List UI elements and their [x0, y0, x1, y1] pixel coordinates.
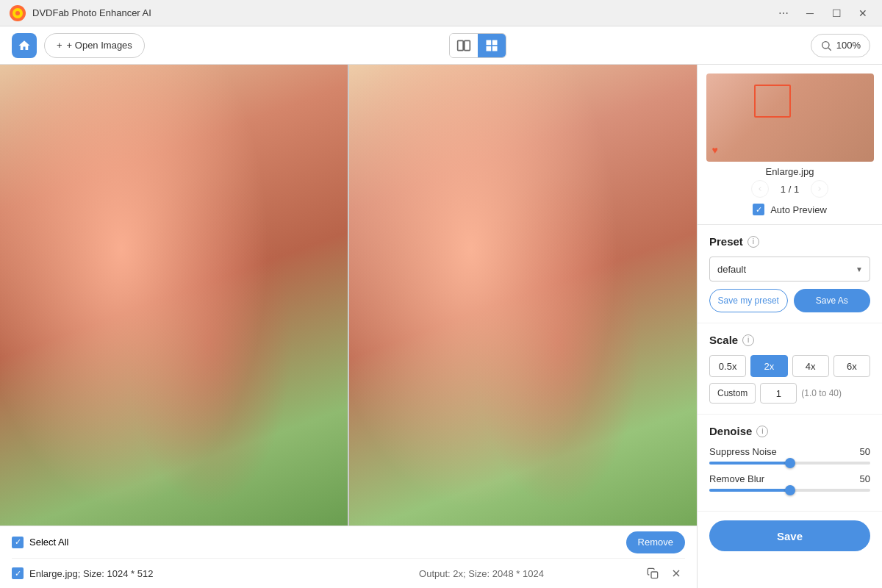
scale-info-icon[interactable]: i	[742, 334, 754, 346]
svg-rect-7	[486, 46, 491, 51]
scale-section: Scale i 0.5x 2x 4x 6x Custom (1.0 to 40)	[698, 323, 882, 415]
plus-icon: +	[57, 40, 62, 51]
save-my-preset-button[interactable]: Save my preset	[709, 289, 788, 312]
select-all-checkbox[interactable]	[12, 537, 24, 548]
denoise-header: Denoise i	[709, 425, 870, 437]
maximize-button[interactable]: ☐	[826, 6, 847, 21]
original-image	[0, 65, 348, 526]
remove-button[interactable]: Remove	[626, 531, 685, 553]
preset-header: Preset i	[709, 235, 870, 248]
svg-rect-8	[492, 46, 498, 51]
preset-buttons: Save my preset Save As	[709, 289, 870, 312]
remove-blur-row: Remove Blur 50	[709, 473, 870, 492]
scale-6x-button[interactable]: 6x	[833, 355, 870, 377]
denoise-section: Denoise i Suppress Noise 50 Remove Blur …	[698, 415, 882, 512]
minimize-icon[interactable]: ⋯	[773, 6, 794, 21]
scale-custom-row: Custom (1.0 to 40)	[709, 383, 870, 404]
file-name: Enlarge.jpg; Size: 1024 * 512	[29, 568, 153, 579]
scale-header: Scale i	[709, 334, 870, 346]
home-icon	[18, 39, 31, 52]
suppress-noise-row: Suppress Noise 50	[709, 446, 870, 465]
file-copy-button[interactable]	[644, 564, 662, 582]
image-panel-right	[349, 65, 697, 526]
file-delete-button[interactable]	[667, 564, 685, 582]
select-all-row: Select All Remove	[12, 526, 685, 559]
scale-05x-button[interactable]: 0.5x	[709, 355, 746, 377]
scale-custom-button[interactable]: Custom	[709, 383, 756, 404]
svg-point-9	[822, 41, 828, 48]
page-info: 1 / 1	[781, 184, 799, 195]
preset-select-wrapper: default high quality fast ▼	[709, 257, 870, 282]
scale-buttons-row: 0.5x 2x 4x 6x	[709, 355, 870, 377]
titlebar: DVDFab Photo Enhancer AI ⋯ ─ ☐ ✕	[0, 0, 882, 26]
page-separator: /	[789, 184, 794, 195]
app-title: DVDFab Photo Enhancer AI	[32, 7, 773, 18]
suppress-noise-label-row: Suppress Noise 50	[709, 446, 870, 457]
select-all-label: Select All	[29, 537, 68, 548]
scale-2x-button[interactable]: 2x	[750, 355, 787, 377]
chevron-right-icon	[816, 185, 823, 193]
home-button[interactable]	[12, 33, 37, 58]
suppress-noise-value: 50	[860, 446, 870, 457]
page-total: 1	[794, 184, 799, 195]
remove-blur-thumb[interactable]	[785, 485, 795, 495]
copy-icon	[647, 567, 659, 579]
auto-preview-row: Auto Preview	[753, 204, 827, 215]
svg-point-2	[15, 11, 20, 15]
window-controls: ⋯ ─ ☐ ✕	[773, 6, 873, 21]
scale-4x-button[interactable]: 4x	[792, 355, 829, 377]
remove-blur-label: Remove Blur	[709, 473, 764, 484]
remove-blur-slider[interactable]	[709, 489, 870, 492]
close-button[interactable]: ✕	[853, 6, 873, 21]
auto-preview-label: Auto Preview	[770, 204, 827, 215]
open-images-label: + Open Images	[67, 40, 132, 51]
toolbar-left: + + Open Images	[12, 33, 145, 58]
save-button[interactable]: Save	[709, 520, 870, 551]
file-info: Enlarge.jpg; Size: 1024 * 512	[12, 567, 319, 579]
suppress-noise-fill	[709, 462, 790, 465]
denoise-info-icon[interactable]: i	[756, 426, 768, 437]
remove-blur-value: 50	[860, 473, 870, 484]
suppress-noise-thumb[interactable]	[785, 458, 795, 468]
save-section: Save	[698, 512, 882, 560]
sidebar: ♥ Enlarge.jpg 1 / 1	[697, 65, 882, 588]
preset-info-icon[interactable]: i	[747, 236, 759, 248]
open-images-button[interactable]: + + Open Images	[44, 33, 145, 58]
output-info: Output: 2x; Size: 2048 * 1024	[328, 568, 635, 579]
auto-preview-checkbox[interactable]	[753, 204, 764, 215]
remove-blur-label-row: Remove Blur 50	[709, 473, 870, 484]
suppress-noise-label: Suppress Noise	[709, 446, 777, 457]
file-actions	[644, 564, 685, 582]
thumbnail-selection-overlay	[754, 85, 791, 118]
svg-rect-5	[486, 40, 491, 45]
thumbnail-area: ♥ Enlarge.jpg 1 / 1	[698, 65, 882, 225]
close-icon	[670, 567, 682, 579]
prev-image-button[interactable]	[751, 180, 769, 198]
preset-select[interactable]: default high quality fast	[709, 257, 870, 282]
main-content: Select All Remove Enlarge.jpg; Size: 102…	[0, 65, 882, 588]
suppress-noise-slider[interactable]	[709, 462, 870, 465]
file-checkbox[interactable]	[12, 567, 24, 579]
scale-range-label: (1.0 to 40)	[801, 388, 842, 398]
svg-rect-4	[465, 40, 470, 50]
minimize-button[interactable]: ─	[800, 6, 820, 21]
view-single-button[interactable]	[478, 34, 506, 57]
heart-icon: ♥	[712, 144, 718, 156]
next-image-button[interactable]	[811, 180, 828, 198]
select-all-left: Select All	[12, 537, 68, 548]
app-logo-icon	[9, 4, 26, 22]
scale-custom-input[interactable]	[760, 383, 797, 404]
view-split-button[interactable]	[450, 34, 478, 57]
save-as-button[interactable]: Save As	[794, 289, 871, 312]
file-row: Enlarge.jpg; Size: 1024 * 512 Output: 2x…	[12, 559, 685, 588]
thumbnail-container: ♥	[706, 74, 874, 162]
image-area: Select All Remove Enlarge.jpg; Size: 102…	[0, 65, 697, 588]
chevron-left-icon	[756, 185, 764, 193]
zoom-control: 100%	[811, 34, 870, 57]
image-panel-left	[0, 65, 348, 526]
thumbnail-filename: Enlarge.jpg	[766, 166, 814, 177]
thumbnail-nav: 1 / 1	[751, 180, 828, 198]
svg-rect-6	[492, 40, 498, 45]
scale-title: Scale	[709, 334, 738, 346]
view-toggle	[449, 33, 506, 58]
